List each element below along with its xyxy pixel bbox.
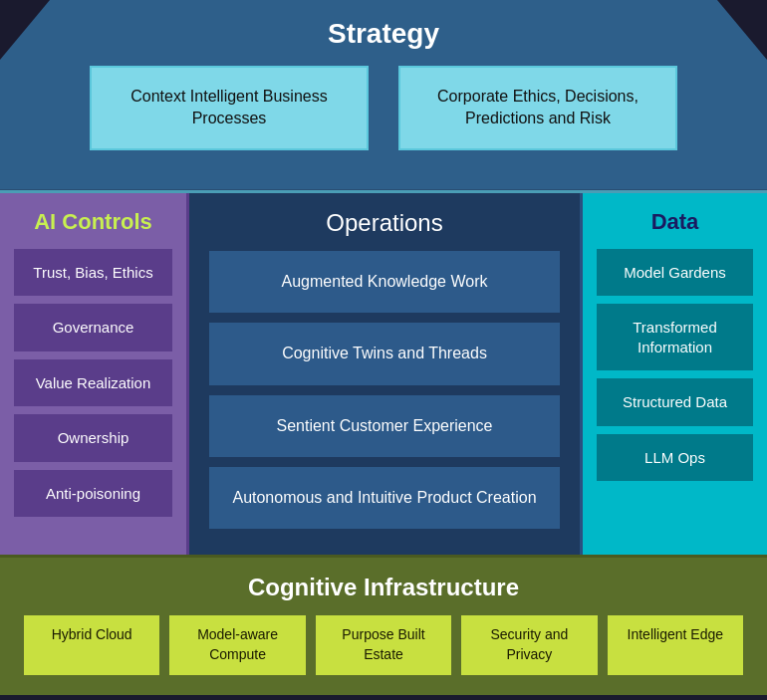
strategy-boxes: Context Intelligent Business Processes C… <box>30 66 737 170</box>
hybrid-cloud-item: Hybrid Cloud <box>24 615 159 674</box>
model-gardens-item: Model Gardens <box>597 249 753 297</box>
augmented-knowledge-item: Augmented Knowledge Work <box>209 251 560 313</box>
security-privacy-item: Security and Privacy <box>461 615 597 674</box>
cognitive-boxes: Hybrid Cloud Model-aware Compute Purpose… <box>24 615 743 674</box>
diagram-wrapper: Strategy Context Intelligent Business Pr… <box>0 0 767 700</box>
ownership-item: Ownership <box>14 414 172 462</box>
governance-item: Governance <box>14 304 172 351</box>
data-panel: Data Model Gardens Transformed Informati… <box>583 193 767 556</box>
data-title: Data <box>597 209 753 235</box>
cognitive-infra-title: Cognitive Infrastructure <box>24 574 743 601</box>
cognitive-twins-item: Cognitive Twins and Threads <box>209 323 560 384</box>
autonomous-product-item: Autonomous and Intuitive Product Creatio… <box>209 467 560 529</box>
anti-poisoning-item: Anti-poisoning <box>14 470 172 518</box>
strategy-section: Strategy Context Intelligent Business Pr… <box>0 0 767 190</box>
structured-data-item: Structured Data <box>597 378 753 426</box>
middle-section: AI Controls Trust, Bias, Ethics Governan… <box>0 190 767 556</box>
operations-title: Operations <box>209 209 560 237</box>
intelligent-edge-item: Intelligent Edge <box>608 615 743 674</box>
purpose-built-estate-item: Purpose Built Estate <box>316 615 451 674</box>
ai-controls-panel: AI Controls Trust, Bias, Ethics Governan… <box>0 193 189 556</box>
corporate-ethics-box: Corporate Ethics, Decisions, Predictions… <box>398 66 677 150</box>
strategy-title: Strategy <box>30 0 737 66</box>
transformed-information-item: Transformed Information <box>597 304 753 370</box>
context-intelligent-box: Context Intelligent Business Processes <box>90 66 369 150</box>
operations-panel: Operations Augmented Knowledge Work Cogn… <box>189 193 583 556</box>
cognitive-infra-section: Cognitive Infrastructure Hybrid Cloud Mo… <box>0 555 767 694</box>
llm-ops-item: LLM Ops <box>597 434 753 482</box>
trust-bias-ethics-item: Trust, Bias, Ethics <box>14 249 172 297</box>
value-realization-item: Value Realization <box>14 359 172 407</box>
model-aware-compute-item: Model-aware Compute <box>169 615 305 674</box>
sentient-customer-item: Sentient Customer Experience <box>209 395 560 457</box>
ai-controls-title: AI Controls <box>14 209 172 235</box>
